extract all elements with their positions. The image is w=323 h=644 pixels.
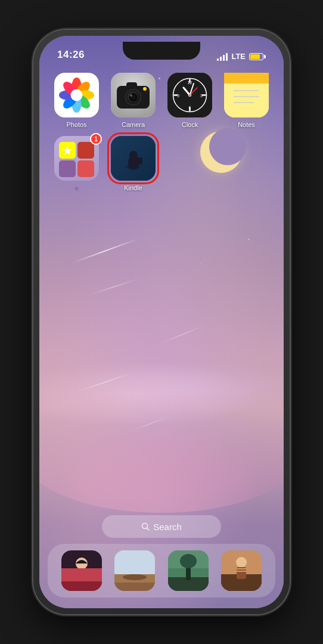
folder-icon: 1	[54, 136, 99, 181]
svg-rect-56	[76, 568, 88, 581]
phone-frame: 14:26 LTE	[33, 30, 290, 614]
svg-rect-54	[61, 581, 102, 586]
folder-label: •	[76, 184, 78, 191]
app-notes[interactable]: Notes	[220, 73, 273, 128]
battery-tip	[264, 55, 266, 58]
signal-bar-2	[220, 57, 222, 61]
battery-indicator	[249, 53, 266, 60]
folder-badge: 1	[90, 133, 102, 145]
dock-item-3[interactable]	[168, 550, 209, 591]
clock-icon: 12 3 6 9	[167, 73, 212, 117]
svg-point-34	[189, 94, 191, 96]
svg-line-50	[147, 528, 150, 531]
svg-point-47	[129, 151, 138, 159]
photos-label: Photos	[66, 121, 86, 128]
notes-icon	[224, 73, 269, 117]
svg-rect-61	[114, 550, 155, 560]
camera-label: Camera	[122, 121, 145, 128]
app-folder[interactable]: 1 •	[50, 136, 103, 191]
notes-label: Notes	[238, 121, 255, 128]
svg-text:6: 6	[189, 106, 191, 110]
status-time: 14:26	[57, 49, 85, 61]
app-kindle[interactable]: Kindle	[107, 136, 160, 191]
dock	[48, 544, 275, 597]
battery-body	[249, 53, 263, 60]
camera-icon	[111, 73, 156, 117]
app-clock[interactable]: 12 3 6 9 Clock	[163, 73, 216, 128]
app-photos[interactable]: Photos	[50, 73, 103, 128]
signal-bars	[217, 52, 228, 61]
clock-label: Clock	[182, 121, 198, 128]
notch	[123, 42, 200, 60]
app-camera[interactable]: Camera	[107, 73, 160, 128]
dock-item-4[interactable]	[221, 550, 262, 591]
svg-rect-78	[237, 571, 246, 572]
kindle-icon	[111, 136, 156, 181]
svg-rect-38	[224, 73, 269, 78]
svg-point-19	[143, 87, 147, 91]
signal-bar-1	[217, 58, 219, 61]
lte-label: LTE	[231, 52, 246, 61]
svg-rect-67	[168, 582, 209, 591]
svg-point-69	[180, 554, 197, 568]
svg-point-18	[130, 94, 132, 97]
svg-rect-74	[221, 581, 262, 591]
svg-point-62	[123, 574, 147, 580]
svg-rect-77	[237, 568, 246, 569]
battery-fill	[250, 54, 260, 59]
search-bar[interactable]: Search	[102, 515, 221, 538]
search-label: Search	[153, 522, 182, 532]
svg-rect-39	[224, 78, 269, 83]
kindle-label: Kindle	[124, 184, 142, 191]
svg-text:3: 3	[200, 94, 203, 98]
phone-screen: 14:26 LTE	[39, 36, 284, 608]
dock-item-1[interactable]	[61, 550, 102, 591]
signal-bar-4	[226, 53, 228, 61]
svg-text:12: 12	[188, 80, 192, 85]
svg-point-75	[236, 557, 247, 568]
status-icons: LTE	[217, 52, 266, 61]
dock-item-2[interactable]	[114, 550, 155, 591]
search-icon	[141, 522, 150, 531]
svg-marker-43	[63, 145, 72, 155]
svg-text:9: 9	[177, 94, 179, 98]
svg-rect-12	[126, 82, 137, 88]
photos-icon	[54, 73, 99, 117]
signal-bar-3	[223, 55, 225, 61]
svg-point-9	[71, 89, 83, 101]
